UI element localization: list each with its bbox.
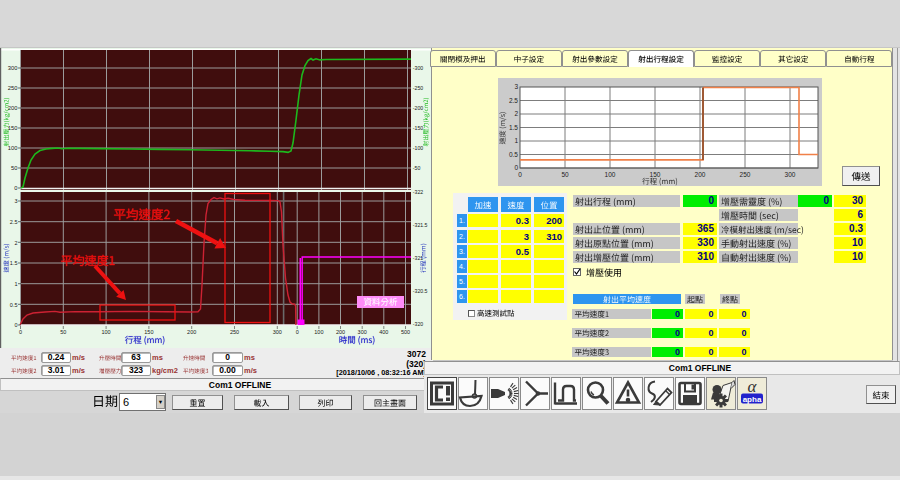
svg-text:-320.5: -320.5 [413,288,428,294]
svg-text:200: 200 [695,171,706,178]
svg-text:0: 0 [518,171,522,178]
svg-text:1.5: 1.5 [10,260,18,266]
svg-text:3: 3 [14,198,17,204]
svg-text:100: 100 [314,329,323,335]
svg-text:-322: -322 [413,189,423,195]
svg-text:2.5: 2.5 [509,97,518,104]
svg-text:-50: -50 [413,165,421,171]
svg-text:0: 0 [19,329,22,335]
svg-text:50: 50 [561,171,569,178]
svg-text:-320: -320 [413,321,423,327]
svg-text:250: 250 [230,329,239,335]
svg-text:500: 500 [401,329,410,335]
svg-text:-100: -100 [413,145,423,151]
svg-text:-200: -200 [413,105,423,111]
svg-text:2: 2 [14,240,17,246]
svg-text:300: 300 [8,65,18,71]
svg-text:150: 150 [8,125,18,131]
svg-text:300: 300 [785,171,796,178]
svg-text:0: 0 [514,164,518,171]
svg-text:-300: -300 [413,65,423,71]
svg-text:150: 150 [650,171,661,178]
svg-text:50: 50 [60,329,66,335]
svg-text:1.5: 1.5 [509,124,518,131]
svg-text:150: 150 [144,329,153,335]
svg-text:250: 250 [8,85,18,91]
svg-text:100: 100 [102,329,111,335]
svg-text:-321.5: -321.5 [413,222,428,228]
svg-text:100: 100 [605,171,616,178]
svg-text:2.5: 2.5 [10,219,18,225]
svg-text:0.5: 0.5 [509,151,518,158]
svg-text:1: 1 [514,137,518,144]
svg-text:50: 50 [11,165,17,171]
svg-text:0: 0 [14,322,17,328]
svg-text:200: 200 [336,329,345,335]
svg-text:1: 1 [14,281,17,287]
svg-text:2: 2 [514,110,518,117]
svg-text:-250: -250 [413,85,423,91]
svg-text:0.5: 0.5 [10,302,18,308]
svg-text:400: 400 [379,329,388,335]
svg-text:3: 3 [514,83,518,90]
svg-text:0: 0 [296,329,299,335]
svg-text:300: 300 [273,329,282,335]
svg-text:200: 200 [8,105,18,111]
svg-text:0: 0 [14,185,17,191]
svg-text:-321: -321 [413,255,423,261]
svg-text:250: 250 [740,171,751,178]
svg-text:100: 100 [8,145,18,151]
svg-text:300: 300 [358,329,367,335]
svg-text:200: 200 [187,329,196,335]
svg-text:-150: -150 [413,125,423,131]
